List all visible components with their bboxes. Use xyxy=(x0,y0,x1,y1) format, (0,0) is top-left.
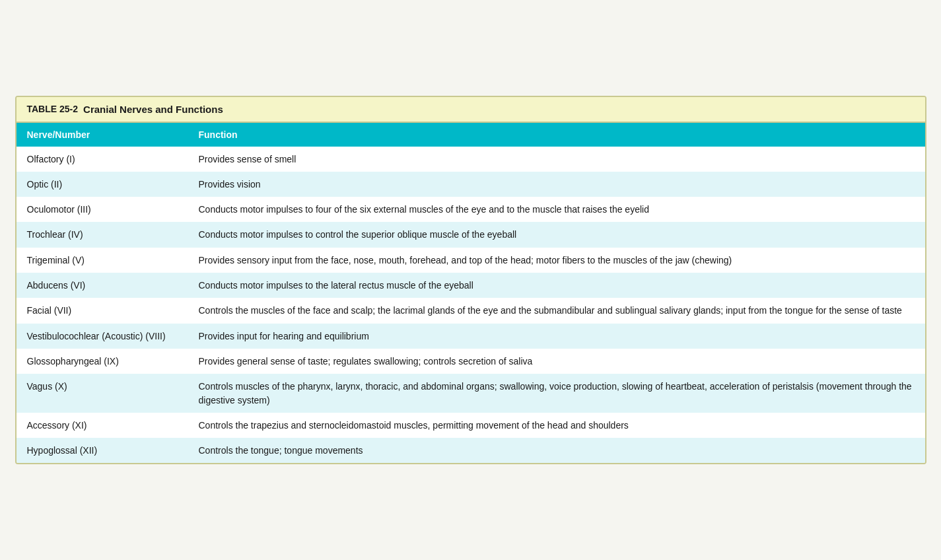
table-label: TABLE 25-2 xyxy=(27,104,79,114)
function-cell: Provides vision xyxy=(188,172,925,197)
function-cell: Conducts motor impulses to the lateral r… xyxy=(188,273,925,298)
nerve-cell: Vestibulocochlear (Acoustic) (VIII) xyxy=(17,324,188,349)
table-row: Glossopharyngeal (IX)Provides general se… xyxy=(17,349,925,374)
nerve-cell: Facial (VII) xyxy=(17,298,188,323)
data-table: Nerve/Number Function Olfactory (I)Provi… xyxy=(17,123,925,464)
function-cell: Controls muscles of the pharynx, larynx,… xyxy=(188,374,925,413)
nerve-cell: Hypoglossal (XII) xyxy=(17,438,188,463)
header-nerve-number: Nerve/Number xyxy=(17,123,188,147)
nerve-cell: Abducens (VI) xyxy=(17,273,188,298)
nerve-cell: Optic (II) xyxy=(17,172,188,197)
function-cell: Provides general sense of taste; regulat… xyxy=(188,349,925,374)
table-row: Accessory (XI)Controls the trapezius and… xyxy=(17,413,925,438)
function-cell: Conducts motor impulses to four of the s… xyxy=(188,197,925,222)
table-row: Olfactory (I)Provides sense of smell xyxy=(17,147,925,172)
function-cell: Controls the tongue; tongue movements xyxy=(188,438,925,463)
table-row: Vestibulocochlear (Acoustic) (VIII)Provi… xyxy=(17,324,925,349)
table-row: Vagus (X)Controls muscles of the pharynx… xyxy=(17,374,925,413)
nerve-cell: Olfactory (I) xyxy=(17,147,188,172)
nerve-cell: Glossopharyngeal (IX) xyxy=(17,349,188,374)
table-row: Trochlear (IV)Conducts motor impulses to… xyxy=(17,222,925,247)
function-cell: Controls the muscles of the face and sca… xyxy=(188,298,925,323)
function-cell: Provides sense of smell xyxy=(188,147,925,172)
nerve-cell: Trigeminal (V) xyxy=(17,248,188,273)
header-function: Function xyxy=(188,123,925,147)
function-cell: Controls the trapezius and sternocleidom… xyxy=(188,413,925,438)
table-title: Cranial Nerves and Functions xyxy=(83,104,223,115)
function-cell: Provides input for hearing and equilibri… xyxy=(188,324,925,349)
cranial-nerves-table: TABLE 25-2 Cranial Nerves and Functions … xyxy=(15,96,926,465)
table-row: Abducens (VI)Conducts motor impulses to … xyxy=(17,273,925,298)
table-header-row: Nerve/Number Function xyxy=(17,123,925,147)
table-row: Optic (II)Provides vision xyxy=(17,172,925,197)
nerve-cell: Accessory (XI) xyxy=(17,413,188,438)
nerve-cell: Vagus (X) xyxy=(17,374,188,413)
table-row: Trigeminal (V)Provides sensory input fro… xyxy=(17,248,925,273)
table-row: Facial (VII)Controls the muscles of the … xyxy=(17,298,925,323)
function-cell: Conducts motor impulses to control the s… xyxy=(188,222,925,247)
table-row: Hypoglossal (XII)Controls the tongue; to… xyxy=(17,438,925,463)
function-cell: Provides sensory input from the face, no… xyxy=(188,248,925,273)
nerve-cell: Oculomotor (III) xyxy=(17,197,188,222)
table-row: Oculomotor (III)Conducts motor impulses … xyxy=(17,197,925,222)
nerve-cell: Trochlear (IV) xyxy=(17,222,188,247)
table-title-bar: TABLE 25-2 Cranial Nerves and Functions xyxy=(17,97,925,123)
